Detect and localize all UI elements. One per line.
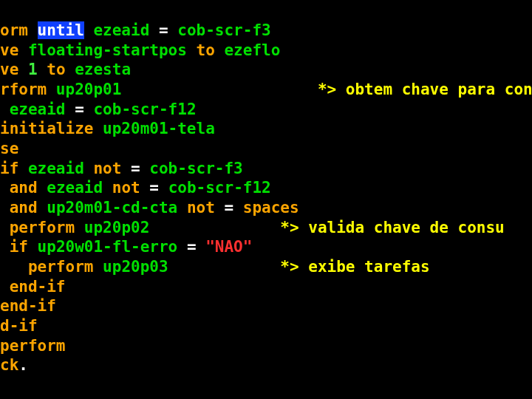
code-token: to bbox=[47, 61, 75, 78]
code-token: ck bbox=[0, 356, 18, 374]
code-token: end-if bbox=[0, 297, 56, 315]
code-token: . bbox=[18, 356, 28, 374]
code-token: up20w01-fl-erro bbox=[38, 238, 187, 256]
code-token: if bbox=[10, 238, 38, 256]
code-line: perform up20p02 *> valida chave de consu bbox=[0, 218, 532, 238]
code-line: ezeaid = cob-scr-f12 bbox=[0, 100, 532, 120]
code-token: initialize bbox=[0, 120, 103, 137]
code-line: rform up20p01 *> obtem chave para cons bbox=[0, 80, 532, 100]
code-token: ezesta bbox=[75, 61, 131, 78]
code-line: orm until ezeaid = cob-scr-f3 bbox=[0, 21, 532, 41]
code-line: ve floating-startpos to ezeflo bbox=[0, 41, 532, 61]
code-token: spaces bbox=[243, 199, 299, 216]
code-token: to bbox=[197, 41, 225, 59]
code-token: perform bbox=[0, 337, 66, 355]
code-line: end-if bbox=[0, 296, 532, 316]
code-token: ezeaid bbox=[28, 160, 94, 177]
code-token: = bbox=[131, 160, 149, 177]
code-token: not bbox=[93, 160, 131, 177]
code-token: not bbox=[112, 179, 150, 197]
code-token: until bbox=[38, 21, 84, 39]
code-line: if ezeaid not = cob-scr-f3 bbox=[0, 159, 532, 179]
code-token: se bbox=[0, 140, 18, 157]
code-line: end-if bbox=[0, 277, 532, 297]
code-token: rform bbox=[0, 81, 56, 98]
code-token: up20p01 bbox=[56, 81, 318, 98]
code-token: orm bbox=[0, 21, 38, 39]
code-line: initialize up20m01-tela bbox=[0, 119, 532, 139]
code-token: perform bbox=[28, 258, 103, 276]
code-token: ezeaid bbox=[84, 21, 159, 39]
code-block: orm until ezeaid = cob-scr-f3ve floating… bbox=[0, 0, 532, 375]
code-token: and bbox=[10, 199, 47, 216]
code-token: cob-scr-f12 bbox=[168, 179, 271, 197]
code-token: ve bbox=[0, 61, 28, 78]
code-token: cob-scr-f3 bbox=[149, 160, 242, 177]
code-token: *> valida chave de consu bbox=[280, 219, 504, 236]
code-token: = bbox=[187, 238, 205, 256]
code-token: floating-startpos bbox=[28, 41, 197, 59]
code-token: and bbox=[10, 179, 47, 197]
code-token: end-if bbox=[10, 278, 66, 296]
code-token: cob-scr-f12 bbox=[93, 100, 196, 118]
code-line: ck. bbox=[0, 355, 532, 375]
code-line: and ezeaid not = cob-scr-f12 bbox=[0, 178, 532, 198]
code-token: if bbox=[0, 160, 28, 177]
code-token: = bbox=[224, 199, 242, 216]
code-token: ve bbox=[0, 41, 28, 59]
code-token: up20m01-tela bbox=[103, 120, 215, 137]
code-line: perform bbox=[0, 336, 532, 356]
code-token: ezeflo bbox=[224, 41, 280, 59]
code-token: = bbox=[159, 21, 177, 39]
code-line: ve 1 to ezesta bbox=[0, 60, 532, 80]
code-token: cob-scr-f3 bbox=[177, 21, 270, 39]
code-token: not bbox=[187, 199, 225, 216]
code-token: 1 bbox=[28, 61, 47, 78]
code-token: *> obtem chave para cons bbox=[318, 81, 532, 98]
code-token: d-if bbox=[0, 317, 38, 335]
code-line: if up20w01-fl-erro = "NAO" bbox=[0, 237, 532, 257]
code-token: ezeaid bbox=[0, 100, 75, 118]
code-line: se bbox=[0, 139, 532, 159]
code-token: ezeaid bbox=[47, 179, 112, 197]
code-token: = bbox=[149, 179, 168, 197]
code-line: d-if bbox=[0, 316, 532, 336]
code-token: up20p02 bbox=[84, 219, 281, 236]
code-token: perform bbox=[10, 219, 84, 236]
code-token: "NAO" bbox=[205, 238, 252, 256]
code-token: = bbox=[75, 100, 93, 118]
code-token: up20p03 bbox=[103, 258, 280, 276]
code-line: perform up20p03 *> exibe tarefas bbox=[0, 257, 532, 277]
code-token: *> exibe tarefas bbox=[280, 258, 429, 276]
code-token: up20m01-cd-cta bbox=[47, 199, 187, 216]
code-line: and up20m01-cd-cta not = spaces bbox=[0, 198, 532, 218]
